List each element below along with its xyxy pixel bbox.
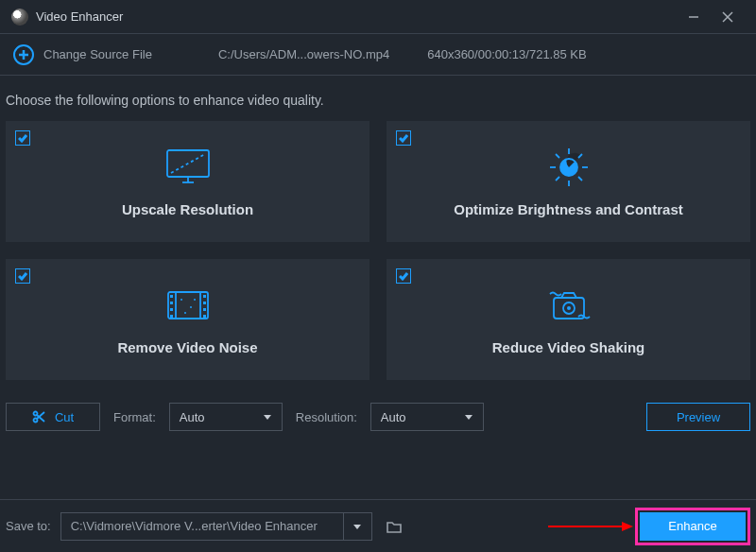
add-source-icon[interactable] bbox=[13, 44, 34, 65]
chevron-down-icon bbox=[464, 412, 473, 422]
checkbox-upscale[interactable] bbox=[15, 130, 30, 146]
svg-line-16 bbox=[578, 177, 582, 181]
card-remove-noise[interactable]: Remove Video Noise bbox=[6, 259, 369, 380]
change-source-link[interactable]: Change Source File bbox=[43, 47, 152, 61]
card-label: Upscale Resolution bbox=[122, 201, 253, 217]
svg-rect-23 bbox=[170, 302, 173, 304]
svg-point-31 bbox=[190, 306, 192, 308]
svg-point-30 bbox=[180, 299, 182, 301]
app-title: Video Enhancer bbox=[36, 9, 677, 24]
save-to-label: Save to: bbox=[6, 519, 51, 533]
folder-icon bbox=[386, 518, 403, 535]
enhance-button[interactable]: Enhance bbox=[640, 512, 746, 541]
minimize-button[interactable] bbox=[677, 0, 711, 34]
format-label: Format: bbox=[113, 410, 156, 424]
svg-marker-41 bbox=[264, 415, 271, 420]
save-path-dropdown[interactable] bbox=[344, 512, 372, 541]
svg-rect-27 bbox=[203, 302, 206, 304]
cut-label: Cut bbox=[55, 410, 74, 424]
cut-button[interactable]: Cut bbox=[6, 403, 100, 431]
card-optimize-brightness[interactable]: Optimize Brightness and Contrast bbox=[387, 121, 750, 242]
svg-line-6 bbox=[171, 154, 205, 173]
checkbox-brightness[interactable] bbox=[396, 130, 411, 146]
svg-rect-29 bbox=[203, 315, 206, 318]
svg-line-17 bbox=[556, 177, 559, 181]
svg-rect-28 bbox=[203, 308, 206, 311]
card-upscale-resolution[interactable]: Upscale Resolution bbox=[6, 121, 369, 242]
save-path-field[interactable]: C:\Vidmore\Vidmore V...erter\Video Enhan… bbox=[60, 512, 344, 541]
svg-point-33 bbox=[194, 299, 196, 301]
svg-rect-22 bbox=[170, 295, 173, 298]
monitor-icon bbox=[163, 147, 213, 188]
card-label: Remove Video Noise bbox=[117, 339, 257, 355]
preview-button[interactable]: Preview bbox=[646, 403, 750, 431]
checkbox-shaking[interactable] bbox=[396, 268, 411, 284]
svg-marker-45 bbox=[622, 522, 633, 531]
app-icon bbox=[11, 9, 28, 26]
svg-line-15 bbox=[556, 154, 559, 158]
options-grid: Upscale Resolution Optimize Brightness a… bbox=[0, 121, 756, 380]
svg-rect-19 bbox=[168, 292, 208, 319]
card-reduce-shaking[interactable]: Reduce Video Shaking bbox=[387, 259, 750, 380]
svg-point-37 bbox=[33, 412, 37, 416]
close-button[interactable] bbox=[711, 0, 745, 34]
svg-marker-43 bbox=[353, 525, 361, 529]
resolution-select[interactable]: Auto bbox=[370, 403, 484, 431]
svg-point-32 bbox=[184, 312, 186, 314]
resolution-value: Auto bbox=[381, 410, 406, 424]
card-label: Reduce Video Shaking bbox=[492, 339, 644, 355]
resolution-label: Resolution: bbox=[296, 410, 357, 424]
svg-point-36 bbox=[567, 306, 571, 310]
source-meta: 640x360/00:00:13/721.85 KB bbox=[427, 47, 586, 61]
svg-rect-25 bbox=[170, 315, 173, 318]
film-icon bbox=[164, 285, 212, 326]
titlebar: Video Enhancer bbox=[0, 0, 756, 34]
checkbox-noise[interactable] bbox=[15, 268, 30, 284]
card-label: Optimize Brightness and Contrast bbox=[454, 201, 683, 217]
chevron-down-icon bbox=[352, 522, 362, 531]
svg-marker-42 bbox=[465, 415, 472, 420]
camera-shake-icon bbox=[542, 285, 595, 326]
chevron-down-icon bbox=[263, 412, 272, 422]
annotation-arrow bbox=[548, 520, 633, 533]
svg-rect-26 bbox=[203, 295, 206, 298]
controls-row: Cut Format: Auto Resolution: Auto Previe… bbox=[0, 380, 756, 431]
bottom-bar: Save to: C:\Vidmore\Vidmore V...erter\Vi… bbox=[0, 499, 756, 552]
svg-point-38 bbox=[33, 419, 37, 423]
scissors-icon bbox=[32, 410, 45, 423]
format-value: Auto bbox=[180, 410, 205, 424]
svg-rect-24 bbox=[170, 308, 173, 311]
annotation-highlight: Enhance bbox=[635, 508, 750, 545]
brightness-icon bbox=[546, 147, 592, 188]
source-bar: Change Source File C:/Users/ADM...owers-… bbox=[0, 34, 756, 76]
open-folder-button[interactable] bbox=[380, 512, 408, 541]
source-path: C:/Users/ADM...owers-NO.mp4 bbox=[218, 47, 389, 61]
instruction-text: Choose the following options to enhance … bbox=[0, 76, 756, 121]
format-select[interactable]: Auto bbox=[169, 403, 283, 431]
